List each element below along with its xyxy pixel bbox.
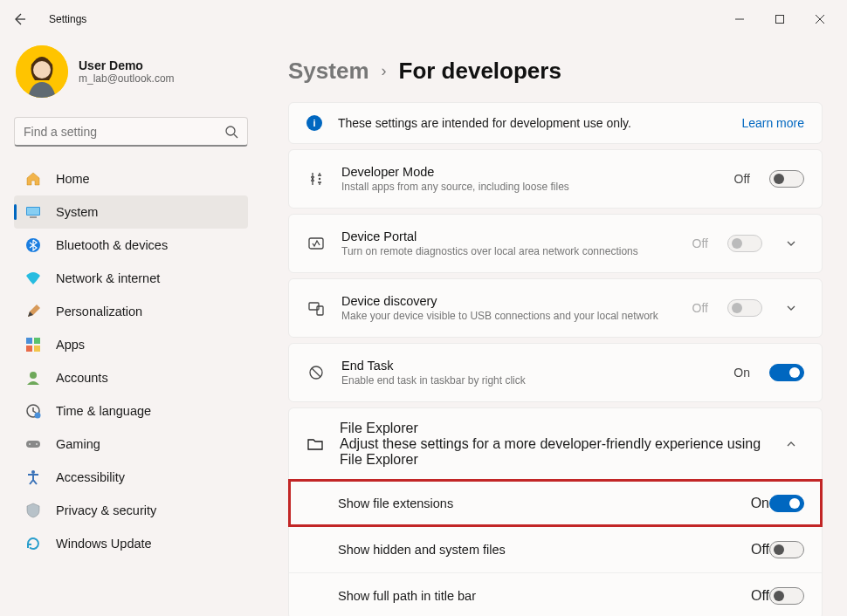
row-show-full-path[interactable]: Show full path in title bar Off [289, 572, 822, 616]
nav-label: Privacy & security [56, 503, 156, 517]
developer-mode-toggle[interactable] [769, 170, 804, 188]
svg-point-20 [319, 178, 320, 180]
device-discovery-toggle[interactable] [727, 299, 762, 317]
nav-update[interactable]: Windows Update [14, 527, 248, 560]
end-task-icon [306, 363, 326, 382]
row-device-portal[interactable]: Device PortalTurn on remote diagnostics … [288, 214, 823, 273]
back-button[interactable] [7, 6, 33, 32]
nav-apps[interactable]: Apps [14, 328, 248, 361]
row-desc: Enable end task in taskbar by right clic… [341, 374, 718, 387]
avatar [16, 45, 68, 98]
sub-title: Show hidden and system files [338, 543, 751, 557]
time-icon [24, 402, 42, 420]
row-device-discovery[interactable]: Device discoveryMake your device visible… [288, 278, 823, 338]
nav-list: Home System Bluetooth & devices Network … [14, 162, 248, 560]
expand-button[interactable] [778, 237, 804, 250]
show-full-path-toggle[interactable] [769, 587, 804, 605]
svg-point-19 [312, 178, 313, 180]
svg-rect-23 [317, 306, 323, 315]
nav-label: Accessibility [56, 470, 125, 484]
main-content: System › For developers i These settings… [262, 38, 847, 616]
nav-label: Accounts [56, 371, 108, 385]
nav-accounts[interactable]: Accounts [14, 361, 248, 394]
nav-label: Home [56, 172, 90, 186]
row-title: Device Portal [341, 229, 677, 243]
svg-point-2 [33, 61, 51, 79]
svg-rect-8 [26, 338, 32, 344]
user-profile[interactable]: User Demo m_lab@outlook.com [14, 38, 248, 117]
toggle-state: On [733, 366, 750, 380]
minimize-button[interactable] [720, 5, 760, 33]
toggle-state: Off [751, 542, 769, 558]
show-file-extensions-toggle[interactable] [769, 495, 804, 512]
learn-more-link[interactable]: Learn more [741, 116, 804, 130]
breadcrumb-parent[interactable]: System [288, 58, 369, 85]
nav-gaming[interactable]: Gaming [14, 428, 248, 461]
accounts-icon [24, 369, 42, 387]
nav-label: Time & language [56, 404, 151, 418]
svg-point-18 [31, 470, 35, 474]
info-banner: i These settings are intended for develo… [288, 102, 823, 144]
collapse-button[interactable] [778, 438, 804, 450]
expand-button[interactable] [778, 302, 804, 314]
nav-bluetooth[interactable]: Bluetooth & devices [14, 229, 248, 262]
svg-rect-0 [776, 16, 784, 24]
file-explorer-icon [306, 435, 324, 453]
file-explorer-group: File ExplorerAdjust these settings for a… [288, 407, 823, 616]
developer-mode-icon [306, 169, 326, 188]
svg-point-3 [226, 127, 235, 135]
row-developer-mode[interactable]: Developer ModeInstall apps from any sour… [288, 149, 823, 209]
end-task-toggle[interactable] [769, 364, 804, 381]
row-title: End Task [341, 359, 718, 373]
sidebar: User Demo m_lab@outlook.com Home System … [0, 38, 262, 616]
svg-point-17 [36, 443, 38, 445]
nav-privacy[interactable]: Privacy & security [14, 494, 248, 527]
sub-title: Show file extensions [338, 496, 751, 510]
toggle-state: Off [751, 588, 769, 604]
svg-rect-6 [30, 216, 37, 218]
row-end-task[interactable]: End TaskEnable end task in taskbar by ri… [288, 343, 823, 402]
device-discovery-icon [306, 298, 326, 318]
close-button[interactable] [800, 5, 840, 33]
title-bar: Settings [0, 0, 847, 38]
row-desc: Adjust these settings for a more develop… [340, 436, 762, 468]
svg-point-16 [29, 443, 31, 445]
row-desc: Install apps from any source, including … [341, 181, 719, 193]
row-show-hidden-files[interactable]: Show hidden and system files Off [289, 526, 822, 572]
row-show-file-extensions[interactable]: Show file extensions On [289, 480, 822, 526]
row-desc: Turn on remote diagnostics over local ar… [341, 245, 677, 257]
nav-label: System [56, 205, 98, 219]
user-email: m_lab@outlook.com [79, 72, 175, 85]
network-icon [24, 270, 42, 287]
breadcrumb: System › For developers [288, 58, 823, 85]
toggle-state: Off [692, 301, 708, 315]
row-desc: Make your device visible to USB connecti… [341, 310, 677, 322]
search-input[interactable] [24, 125, 224, 139]
system-icon [24, 203, 42, 221]
row-file-explorer[interactable]: File ExplorerAdjust these settings for a… [289, 408, 822, 480]
toggle-state: Off [734, 172, 750, 186]
nav-system[interactable]: System [14, 195, 248, 229]
show-hidden-files-toggle[interactable] [769, 541, 804, 558]
update-icon [24, 535, 42, 552]
nav-personalization[interactable]: Personalization [14, 295, 248, 328]
chevron-right-icon: › [382, 62, 387, 80]
device-portal-toggle[interactable] [727, 235, 762, 252]
home-icon [24, 170, 42, 188]
nav-label: Personalization [56, 305, 142, 318]
nav-accessibility[interactable]: Accessibility [14, 461, 248, 494]
nav-home[interactable]: Home [14, 162, 248, 195]
breadcrumb-current: For developers [399, 58, 561, 85]
svg-rect-10 [26, 346, 32, 352]
gaming-icon [24, 435, 42, 453]
row-title: Developer Mode [341, 165, 719, 179]
nav-time[interactable]: Time & language [14, 394, 248, 428]
maximize-button[interactable] [760, 5, 800, 33]
nav-network[interactable]: Network & internet [14, 262, 248, 295]
search-box[interactable] [14, 117, 248, 147]
sub-title: Show full path in title bar [338, 589, 751, 603]
personalization-icon [24, 303, 42, 320]
nav-label: Gaming [56, 437, 100, 451]
bluetooth-icon [24, 236, 42, 254]
svg-point-14 [35, 413, 41, 419]
